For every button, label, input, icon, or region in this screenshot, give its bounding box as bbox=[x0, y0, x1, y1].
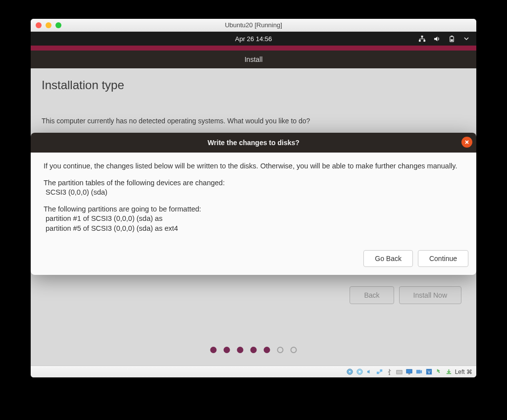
mouse-integration-icon[interactable] bbox=[435, 368, 443, 376]
step-dot bbox=[224, 347, 230, 353]
recording-icon[interactable] bbox=[415, 368, 423, 376]
datetime: Apr 26 14:56 bbox=[235, 35, 272, 43]
vm-statusbar: V Left ⌘ bbox=[31, 366, 476, 377]
format-line: partition #1 of SCSI3 (0,0,0) (sda) as bbox=[46, 214, 463, 224]
host-key-label: Left ⌘ bbox=[455, 368, 472, 375]
step-dot bbox=[264, 347, 270, 353]
page-description: This computer currently has no detected … bbox=[42, 117, 465, 125]
svg-point-9 bbox=[359, 371, 361, 373]
dialog-format-section: The following partitions are going to be… bbox=[44, 205, 463, 234]
confirm-dialog: Write the changes to disks? If you conti… bbox=[31, 133, 476, 275]
svg-rect-1 bbox=[418, 40, 420, 42]
installer-content: Installation type This computer currentl… bbox=[31, 68, 476, 366]
svg-rect-0 bbox=[421, 35, 423, 37]
tables-heading: The partition tables of the following de… bbox=[44, 179, 225, 187]
page-title: Installation type bbox=[42, 78, 465, 92]
close-icon bbox=[464, 139, 469, 146]
chevron-down-icon bbox=[462, 35, 470, 43]
dialog-title: Write the changes to disks? bbox=[207, 139, 300, 147]
format-line: partition #5 of SCSI3 (0,0,0) (sda) as e… bbox=[46, 224, 463, 234]
svg-rect-11 bbox=[380, 369, 383, 372]
installer-header: Install bbox=[31, 51, 476, 68]
dialog-intro: If you continue, the changes listed belo… bbox=[44, 161, 463, 171]
installer-header-label: Install bbox=[245, 55, 263, 63]
network-icon bbox=[418, 35, 426, 43]
network-adapter-icon[interactable] bbox=[376, 368, 384, 376]
dialog-titlebar: Write the changes to disks? bbox=[31, 133, 476, 153]
vm-title: Ubuntu20 [Running] bbox=[31, 21, 476, 29]
svg-text:V: V bbox=[428, 369, 431, 374]
svg-rect-14 bbox=[406, 369, 412, 373]
go-back-button[interactable]: Go Back bbox=[363, 250, 413, 267]
display-icon[interactable] bbox=[406, 368, 413, 376]
svg-rect-2 bbox=[423, 40, 425, 42]
svg-point-7 bbox=[349, 371, 351, 372]
topbar-system-icons[interactable] bbox=[418, 35, 470, 43]
install-now-button: Install Now bbox=[399, 286, 461, 304]
step-dot bbox=[251, 347, 257, 353]
continue-button[interactable]: Continue bbox=[418, 250, 468, 267]
vbox-icon[interactable]: V bbox=[425, 368, 433, 376]
volume-icon bbox=[433, 35, 441, 43]
hard-disk-icon[interactable] bbox=[346, 368, 354, 376]
progress-dots bbox=[210, 347, 297, 353]
svg-rect-4 bbox=[451, 35, 453, 36]
step-dot bbox=[277, 347, 284, 353]
shared-folder-icon[interactable] bbox=[396, 368, 404, 376]
dialog-close-button[interactable] bbox=[461, 137, 472, 148]
keyboard-capture-icon[interactable] bbox=[445, 368, 453, 376]
battery-icon bbox=[448, 35, 456, 43]
svg-rect-16 bbox=[416, 370, 420, 374]
usb-icon[interactable] bbox=[386, 368, 394, 376]
svg-rect-19 bbox=[447, 373, 451, 374]
ubuntu-topbar: Apr 26 14:56 bbox=[31, 32, 476, 46]
back-button: Back bbox=[350, 286, 394, 304]
dialog-tables-section: The partition tables of the following de… bbox=[44, 178, 463, 198]
step-dot bbox=[291, 347, 297, 353]
svg-rect-5 bbox=[451, 39, 453, 41]
dialog-body: If you continue, the changes listed belo… bbox=[31, 153, 476, 245]
step-dot bbox=[237, 347, 244, 353]
svg-rect-15 bbox=[408, 373, 410, 374]
optical-drive-icon[interactable] bbox=[356, 368, 364, 376]
svg-rect-13 bbox=[397, 370, 402, 374]
ubuntu-accent-strip bbox=[31, 46, 476, 51]
dialog-footer: Go Back Continue bbox=[31, 245, 476, 275]
vm-window: Ubuntu20 [Running] Apr 26 14:56 Install … bbox=[31, 19, 476, 377]
mac-titlebar: Ubuntu20 [Running] bbox=[31, 19, 476, 32]
svg-rect-10 bbox=[377, 372, 379, 374]
step-dot bbox=[210, 347, 217, 353]
tables-line: SCSI3 (0,0,0) (sda) bbox=[46, 188, 463, 198]
svg-point-12 bbox=[389, 374, 390, 375]
format-heading: The following partitions are going to be… bbox=[44, 205, 201, 213]
audio-icon[interactable] bbox=[366, 368, 374, 376]
page-nav-buttons: Back Install Now bbox=[350, 286, 461, 304]
